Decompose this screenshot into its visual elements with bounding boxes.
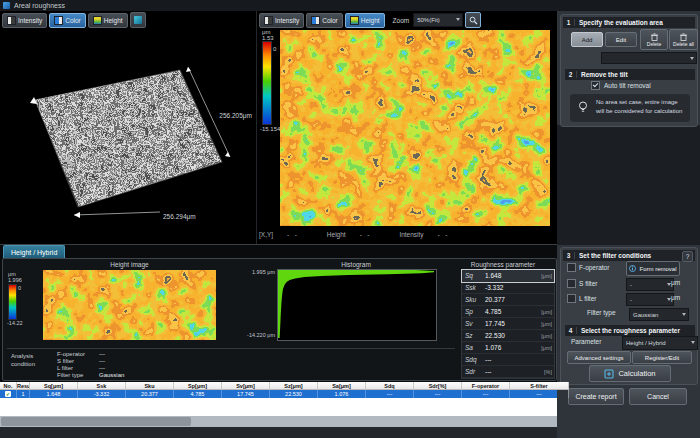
- form-removal-button[interactable]: Form removal: [626, 261, 680, 276]
- condition-key: L filter: [57, 365, 99, 371]
- scale-min: -14.22: [7, 320, 23, 326]
- roughness-rp-unit: [μm]: [541, 273, 554, 279]
- dim-bottom-label: 256.294μm: [163, 213, 196, 220]
- table-header-cell[interactable]: Result: [17, 382, 30, 390]
- register-edit-button[interactable]: Register/Edit: [632, 351, 692, 364]
- tab-height-hybrid[interactable]: Height / Hybrid: [3, 245, 65, 259]
- table-header-cell[interactable]: Sa[μm]: [318, 382, 366, 390]
- roughness-rp-name: Sp: [462, 308, 485, 315]
- divider: [7, 348, 455, 349]
- analysis-condition-row: L filter---: [57, 364, 124, 371]
- table-header-cell[interactable]: Sdq: [366, 382, 414, 390]
- height-image: [43, 270, 216, 340]
- advanced-settings-button[interactable]: Advanced settings: [567, 351, 631, 364]
- roughness-param-row[interactable]: Sa1.076[μm]: [462, 342, 554, 354]
- table-header-cell[interactable]: Sv[μm]: [222, 382, 270, 390]
- roughness-param-row[interactable]: Ssk-3.332: [462, 282, 554, 294]
- section1-header: 1 Specify the evaluation area: [563, 17, 695, 28]
- roughness-param-row[interactable]: Sz22.530[μm]: [462, 330, 554, 342]
- roughness-rp-name: Ssk: [462, 284, 485, 291]
- area-select[interactable]: [601, 52, 697, 64]
- table-cell: ---: [462, 390, 510, 398]
- table-header-cell[interactable]: Sq[μm]: [30, 382, 78, 390]
- histogram-max-label: 1.995 μm: [223, 269, 275, 275]
- table-cell: 1.648: [30, 390, 78, 398]
- colorbar-zero: 0: [273, 46, 276, 52]
- roughness-param-row[interactable]: Sp4.785[μm]: [462, 306, 554, 318]
- s-filter-checkbox[interactable]: [567, 279, 576, 288]
- l-filter-checkbox[interactable]: [567, 294, 576, 303]
- l-filter-row: L filter: [567, 294, 596, 303]
- scrollbar-thumb[interactable]: [1, 417, 191, 426]
- calculation-button[interactable]: Calculation: [589, 365, 671, 382]
- add-button[interactable]: Add: [571, 32, 603, 47]
- analysis-condition-row: Filter typeGaussian: [57, 371, 124, 378]
- l-filter-select[interactable]: -: [626, 293, 674, 306]
- height-button-2d[interactable]: Height: [345, 13, 385, 28]
- table-header-cell[interactable]: Sp[μm]: [174, 382, 222, 390]
- section2-header: 2 Remove the tilt: [565, 69, 695, 80]
- info-icon: [629, 265, 636, 272]
- delete-all-button[interactable]: Delete all: [669, 29, 698, 50]
- control-panel: 1 Specify the evaluation area Add Edit D…: [557, 11, 700, 438]
- xy-value: - -: [287, 231, 297, 238]
- colorbar-gradient: [262, 41, 272, 125]
- app-icon: [3, 2, 10, 9]
- table-header-cell[interactable]: S-filter: [510, 382, 569, 390]
- cancel-button[interactable]: Cancel: [629, 388, 687, 405]
- filter-type-select[interactable]: Gaussian: [629, 308, 689, 321]
- analysis-condition-rows: F-operator---S filter---L filter---Filte…: [57, 350, 124, 378]
- table-header-cell[interactable]: F-operator: [462, 382, 510, 390]
- viewer2d-toolbar: Intensity Color Height Zoom 50%(Fit): [259, 12, 481, 28]
- condition-key: S filter: [57, 358, 99, 364]
- height-color-map[interactable]: [280, 30, 550, 226]
- table-header-cell[interactable]: Ssk: [78, 382, 126, 390]
- roughness-param-row[interactable]: Sv17.745[μm]: [462, 318, 554, 330]
- filter-type-label: Filter type: [587, 309, 616, 316]
- roughness-rp-unit: [μm]: [541, 309, 554, 315]
- table-row[interactable]: ✓11.648-3.33220.3774.78517.74522.5301.07…: [0, 390, 557, 398]
- table-header-cell[interactable]: No.: [0, 382, 17, 390]
- roughness-param-row[interactable]: Sq1.648[μm]: [462, 270, 554, 282]
- table-cell: ---: [414, 390, 462, 398]
- roughness-rp-name: Sdr: [462, 368, 485, 375]
- roughness-rp-unit: [%]: [544, 369, 554, 375]
- scale-max: 1.996: [8, 277, 22, 283]
- table-header-cell[interactable]: Sdr[%]: [414, 382, 462, 390]
- roughness-rp-val: 1.648: [485, 272, 541, 279]
- color-button-2d[interactable]: Color: [306, 13, 343, 28]
- color-icon: [311, 16, 320, 25]
- help-button[interactable]: ?: [682, 251, 693, 262]
- roughness-param-row[interactable]: Sdr---[%]: [462, 366, 554, 378]
- app-window: Areal roughness Intensity Color Height: [0, 0, 700, 438]
- table-header-cell[interactable]: Sz[μm]: [270, 382, 318, 390]
- roughness-parameter-list: Sq1.648[μm]Ssk-3.332Sku20.377Sp4.785[μm]…: [461, 269, 555, 379]
- roughness-rp-val: 1.076: [485, 344, 541, 351]
- table-cell: 4.785: [174, 390, 222, 398]
- horizontal-scrollbar[interactable]: [0, 416, 557, 427]
- dim-right-label: 256.205μm: [219, 112, 252, 119]
- analysis-condition-row: F-operator---: [57, 350, 124, 357]
- roughness-rp-val: -3.332: [485, 284, 552, 291]
- analysis-condition-row: S filter---: [57, 357, 124, 364]
- s-filter-unit: μm: [671, 279, 680, 286]
- group-filter-parameter: 3 Set the filter conditions ? F-operator…: [560, 247, 698, 385]
- histogram-plot: [277, 269, 437, 341]
- roughness-rp-name: Sdq: [462, 356, 485, 363]
- roughness-rp-name: Sv: [462, 320, 485, 327]
- auto-tilt-checkbox[interactable]: [591, 81, 600, 90]
- s-filter-select[interactable]: -: [626, 278, 674, 291]
- viewer-2d: Intensity Color Height Zoom 50%(Fit): [256, 11, 558, 244]
- parameter-select[interactable]: Height / Hybrid: [622, 336, 698, 350]
- xy-label: [X,Y]: [259, 231, 273, 238]
- roughness-param-row[interactable]: Sdq---: [462, 354, 554, 366]
- table-header-cell[interactable]: Sku: [126, 382, 174, 390]
- auto-tilt-row: Auto tilt removal: [591, 81, 651, 90]
- intensity-button-2d[interactable]: Intensity: [259, 13, 304, 28]
- zoom-select[interactable]: 50%(Fit): [413, 13, 463, 27]
- roughness-param-row[interactable]: Sku20.377: [462, 294, 554, 306]
- magnifier-button[interactable]: [465, 12, 481, 28]
- create-report-button[interactable]: Create report: [568, 388, 624, 405]
- delete-button[interactable]: Delete: [640, 29, 668, 50]
- edit-button[interactable]: Edit: [605, 32, 637, 47]
